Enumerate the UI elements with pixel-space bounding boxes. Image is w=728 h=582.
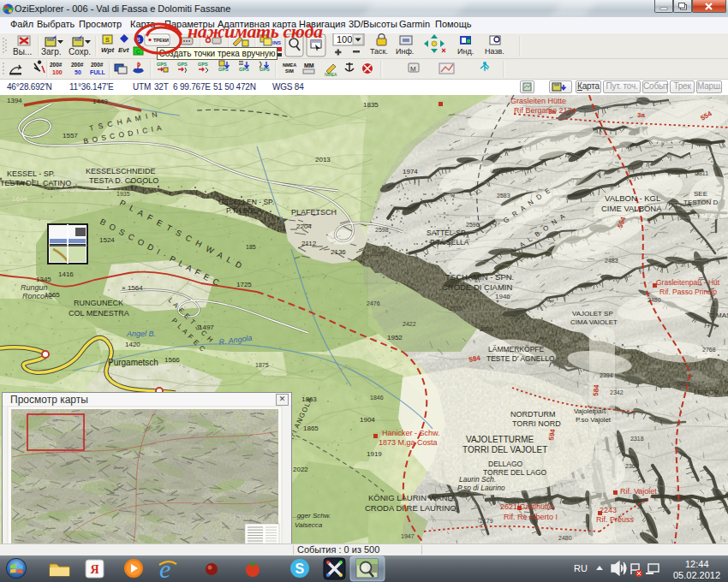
svg-text:1557: 1557	[63, 132, 78, 140]
svg-text:KÖNIG LAURIN WAND: KÖNIG LAURIN WAND	[368, 493, 454, 502]
svg-text:2583: 2583	[497, 193, 510, 199]
svg-text:GESELLEN - SP.: GESELLEN - SP.	[218, 198, 274, 206]
svg-text:S: S	[295, 561, 305, 576]
svg-text:2480: 2480	[647, 297, 661, 303]
svg-text:Инд.: Инд.	[457, 47, 474, 56]
svg-text:2204: 2204	[296, 223, 312, 230]
svg-text:CRODA DI RE LAURINO: CRODA DI RE LAURINO	[365, 503, 456, 513]
svg-text:Вы...: Вы...	[13, 47, 32, 56]
svg-text:50: 50	[75, 69, 81, 75]
svg-text:2621 Gartlhütte: 2621 Gartlhütte	[500, 502, 553, 511]
svg-text:2342: 2342	[610, 389, 624, 395]
svg-text:B: B	[136, 37, 140, 43]
svg-text:Valsecca: Valsecca	[295, 521, 323, 529]
svg-text:1394: 1394	[7, 97, 22, 104]
svg-text:KESSELSCHNEIDE: KESSELSCHNEIDE	[86, 167, 156, 175]
svg-text:05.02.2012: 05.02.2012	[673, 570, 720, 580]
svg-text:2179: 2179	[480, 518, 493, 524]
svg-text:2112: 2112	[301, 240, 317, 247]
svg-text:CIMA VAIOLET: CIMA VAIOLET	[570, 318, 618, 326]
svg-text:Инф.: Инф.	[396, 47, 414, 56]
svg-text:1345: 1345	[36, 276, 51, 283]
svg-text:1565: 1565	[45, 291, 60, 299]
svg-text:INS: INS	[272, 40, 281, 45]
svg-text:LE POR: LE POR	[694, 389, 719, 396]
svg-text:P.TA SOLA: P.TA SOLA	[226, 206, 262, 215]
svg-text:1524: 1524	[99, 236, 115, 244]
svg-text:TORRI NORD: TORRI NORD	[512, 419, 561, 428]
svg-text:1865: 1865	[303, 425, 319, 432]
svg-text:TESTA D. COGOLO: TESTA D. COGOLO	[89, 176, 158, 185]
svg-text:1694: 1694	[12, 195, 27, 203]
svg-text:1873 M.ga Costa: 1873 M.ga Costa	[379, 438, 438, 447]
svg-text:1835: 1835	[363, 101, 379, 109]
svg-text:1566: 1566	[164, 356, 180, 364]
svg-text:2596: 2596	[466, 222, 480, 228]
svg-text:3a: 3a	[548, 108, 556, 116]
svg-text:2483: 2483	[605, 258, 618, 264]
svg-text:Rif Bergamo 2134: Rif Bergamo 2134	[514, 106, 576, 115]
svg-text:2476: 2476	[367, 300, 380, 306]
svg-text:LÄMMERKÖPFE: LÄMMERKÖPFE	[488, 345, 545, 353]
svg-text:2600: 2600	[510, 314, 524, 320]
svg-text:1946: 1946	[495, 293, 510, 300]
svg-text:Vajoletpaß: Vajoletpaß	[574, 407, 606, 415]
svg-text:1725: 1725	[236, 281, 252, 288]
svg-text:P.TA SELLA: P.TA SELLA	[430, 238, 469, 246]
svg-text:2360: 2360	[625, 463, 639, 469]
svg-text:NORDTURM: NORDTURM	[510, 410, 556, 419]
svg-text:12:44: 12:44	[685, 559, 709, 569]
svg-text:M: M	[410, 65, 416, 73]
svg-text:1947: 1947	[401, 533, 415, 539]
svg-text:RU: RU	[574, 563, 588, 573]
svg-text:SIM: SIM	[285, 68, 294, 74]
svg-text:VAJOLET SP: VAJOLET SP	[572, 310, 613, 318]
svg-text:S: S	[105, 37, 110, 43]
svg-text:SEE: SEE	[694, 190, 707, 198]
svg-text:2243: 2243	[600, 506, 617, 514]
svg-text:Таск.: Таск.	[370, 47, 388, 56]
svg-text:TSCHAMIN - SPN.: TSCHAMIN - SPN.	[445, 272, 514, 282]
svg-text:P.so Vajolet: P.so Vajolet	[576, 416, 612, 424]
svg-text:Rif. Preuss: Rif. Preuss	[596, 515, 635, 524]
svg-text:100: 100	[337, 34, 352, 45]
svg-text:CRODE DI CIAMIN: CRODE DI CIAMIN	[442, 282, 512, 292]
svg-text:MM: MM	[304, 62, 314, 68]
svg-text:Сохр.: Сохр.	[69, 47, 91, 56]
svg-text:VALBON - KGL: VALBON - KGL	[605, 193, 660, 203]
svg-text:2768: 2768	[702, 347, 716, 353]
svg-text:Назв.: Назв.	[485, 47, 504, 56]
svg-text:200#: 200#	[71, 62, 84, 68]
svg-text:NMEA: NMEA	[283, 62, 296, 68]
svg-text:2598: 2598	[375, 227, 389, 233]
svg-text:2453: 2453	[677, 381, 690, 387]
svg-text:100: 100	[52, 69, 63, 75]
svg-text:P.so di Laurino: P.so di Laurino	[457, 484, 505, 492]
svg-text:× 1564: × 1564	[122, 284, 143, 292]
svg-text:NMEA: NMEA	[325, 72, 337, 77]
svg-text:RUNGUNECK: RUNGUNECK	[74, 299, 123, 307]
svg-text:1919: 1919	[367, 450, 382, 458]
svg-text:584: 584	[592, 384, 600, 397]
svg-text:Wpt: Wpt	[101, 46, 114, 54]
svg-text:Laurin Sch.: Laurin Sch.	[459, 475, 496, 484]
svg-text:Hanicker - Schw.: Hanicker - Schw.	[382, 429, 440, 437]
svg-text:Grasleiten Hütte: Grasleiten Hütte	[510, 97, 566, 105]
svg-text:GPS: GPS	[198, 62, 208, 67]
svg-text:1952: 1952	[387, 334, 403, 341]
svg-text:VAJOLETTURME: VAJOLETTURME	[466, 435, 534, 444]
svg-text:ТРЕКИ: ТРЕКИ	[153, 38, 169, 43]
svg-text:SATTEL-SP.: SATTEL-SP.	[427, 229, 467, 237]
svg-text:1935: 1935	[116, 191, 130, 197]
svg-text:1875: 1875	[255, 362, 269, 368]
svg-text:185: 185	[246, 244, 256, 250]
svg-text:Я: Я	[91, 563, 99, 576]
svg-text:TORRI DEL VAJOLET: TORRI DEL VAJOLET	[462, 445, 547, 454]
svg-text:KESSEL - SP.: KESSEL - SP.	[7, 169, 55, 178]
svg-text:2480: 2480	[558, 535, 572, 541]
svg-text:2422: 2422	[403, 321, 416, 327]
svg-text:TESTA DEL CATINO: TESTA DEL CATINO	[0, 179, 71, 187]
svg-text:2175: 2175	[449, 306, 462, 312]
svg-text:2318: 2318	[630, 436, 644, 442]
svg-text:2394: 2394	[600, 372, 613, 378]
